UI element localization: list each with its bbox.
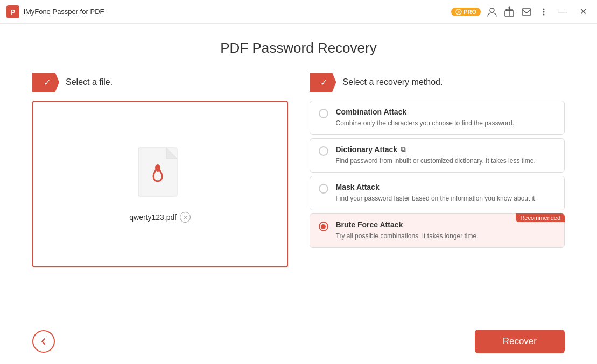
mail-icon[interactable] (521, 6, 532, 18)
method-mask-title: Mask Attack (336, 183, 556, 191)
step2-badge: ✓ (310, 73, 336, 92)
radio-brute-inner (321, 224, 326, 229)
method-combination-content: Combination Attack Combine only the char… (336, 108, 556, 128)
recover-button[interactable]: Recover (475, 330, 565, 353)
step1-badge: ✓ (32, 73, 59, 92)
step2-check-icon: ✓ (320, 77, 327, 88)
file-name-row: qwerty123.pdf ✕ (129, 212, 191, 223)
user-icon[interactable] (486, 6, 498, 18)
svg-point-4 (490, 8, 494, 12)
bottom-bar: Recover (32, 321, 565, 353)
svg-text:P: P (11, 9, 15, 16)
method-dictionary-title: Dictionary Attack ⧉ (336, 145, 556, 154)
step2-header: ✓ Select a recovery method. (310, 73, 565, 92)
method-list: Combination Attack Combine only the char… (310, 101, 565, 248)
method-brute[interactable]: Recommended Brute Force Attack Try all p… (310, 213, 565, 248)
minimize-button[interactable]: — (555, 4, 570, 19)
method-dictionary-desc: Find password from inbuilt or customized… (336, 156, 556, 166)
back-arrow-icon (39, 337, 48, 346)
svg-point-13 (155, 164, 160, 172)
radio-brute[interactable] (319, 222, 328, 231)
main-content: PDF Password Recovery ✓ Select a file. (0, 24, 597, 364)
back-button[interactable] (32, 330, 55, 353)
svg-point-11 (543, 13, 545, 15)
method-mask-content: Mask Attack Find your password faster ba… (336, 183, 556, 203)
file-drop-zone[interactable]: qwerty123.pdf ✕ (32, 101, 288, 267)
pdf-doc-icon (133, 145, 187, 204)
file-name-text: qwerty123.pdf (129, 213, 177, 222)
gift-icon[interactable] (503, 6, 515, 18)
remove-file-button[interactable]: ✕ (180, 212, 191, 223)
svg-point-9 (543, 8, 545, 10)
radio-mask[interactable] (319, 184, 328, 194)
svg-rect-8 (522, 9, 531, 15)
method-brute-content: Brute Force Attack Try all possible comb… (336, 220, 556, 241)
titlebar: P iMyFone Passper for PDF © PRO (0, 0, 597, 24)
close-button[interactable]: ✕ (575, 4, 591, 19)
step1-label: Select a file. (66, 77, 113, 87)
titlebar-actions: © PRO (451, 4, 591, 19)
method-combination[interactable]: Combination Attack Combine only the char… (310, 101, 565, 135)
method-dictionary[interactable]: Dictionary Attack ⧉ Find password from i… (310, 138, 565, 173)
app-icon: P (6, 5, 19, 18)
pro-label: PRO (463, 9, 476, 15)
method-combination-title: Combination Attack (336, 108, 556, 116)
dictionary-copy-icon: ⧉ (401, 145, 405, 154)
svg-point-10 (543, 11, 545, 12)
step1-header: ✓ Select a file. (32, 73, 288, 92)
radio-combination[interactable] (319, 109, 328, 118)
method-mask-desc: Find your password faster based on the i… (336, 194, 556, 203)
right-panel: ✓ Select a recovery method. Combination … (310, 73, 565, 321)
pro-badge[interactable]: © PRO (451, 8, 481, 16)
svg-text:©: © (458, 11, 460, 14)
left-panel: ✓ Select a file. (32, 73, 288, 321)
content-area: ✓ Select a file. (32, 73, 565, 321)
app-title: iMyFone Passper for PDF (24, 8, 451, 16)
method-combination-desc: Combine only the characters you choose t… (336, 118, 556, 128)
method-mask[interactable]: Mask Attack Find your password faster ba… (310, 176, 565, 210)
radio-dictionary[interactable] (319, 146, 328, 156)
step1-check-icon: ✓ (44, 77, 51, 88)
method-brute-desc: Try all possible combinations. It takes … (336, 231, 556, 241)
recommended-badge: Recommended (516, 213, 565, 222)
pdf-file-display: qwerty123.pdf ✕ (129, 145, 191, 223)
method-dictionary-content: Dictionary Attack ⧉ Find password from i… (336, 145, 556, 166)
step2-label: Select a recovery method. (343, 77, 443, 87)
menu-icon[interactable] (538, 6, 550, 18)
page-title: PDF Password Recovery (32, 40, 565, 56)
